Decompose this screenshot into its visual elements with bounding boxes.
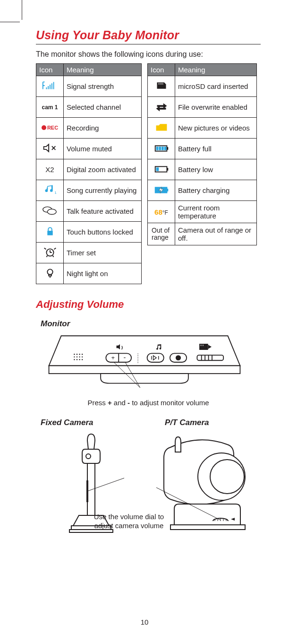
song-playing-icon: 1 xyxy=(36,180,64,201)
svg-point-62 xyxy=(86,454,91,459)
microsd-icon xyxy=(148,76,175,97)
meaning-cell: Recording xyxy=(64,118,142,139)
icon-table-left: Icon Meaning Signal strength cam 1 Selec… xyxy=(36,63,142,284)
battery-low-icon xyxy=(148,159,175,180)
volume-muted-icon xyxy=(36,139,64,159)
meaning-cell: File overwrite enabled xyxy=(175,97,257,118)
svg-point-40 xyxy=(176,356,180,360)
th-icon: Icon xyxy=(36,64,64,76)
page-number: 10 xyxy=(0,618,289,626)
table-row: File overwrite enabled xyxy=(148,97,257,118)
svg-line-14 xyxy=(46,256,47,257)
svg-rect-26 xyxy=(162,147,164,150)
meaning-cell: Camera out of range or off. xyxy=(175,223,257,245)
page-title: Using Your Baby Monitor xyxy=(36,28,261,44)
table-row: 68°F Current room temperature xyxy=(148,201,257,223)
sub-monitor: Monitor xyxy=(41,319,261,329)
svg-point-54 xyxy=(82,357,83,357)
meaning-cell: Night light on xyxy=(64,263,142,284)
svg-point-53 xyxy=(79,357,80,357)
table-row: Signal strength xyxy=(36,76,142,97)
meaning-cell: Touch buttons locked xyxy=(64,222,142,243)
svg-rect-10 xyxy=(47,231,52,235)
th-meaning: Meaning xyxy=(64,64,142,76)
meaning-cell: Current room temperature xyxy=(175,201,257,223)
svg-rect-46 xyxy=(200,344,208,349)
overwrite-icon xyxy=(148,97,175,118)
table-row: Battery full xyxy=(148,139,257,159)
svg-line-15 xyxy=(52,256,53,257)
meaning-cell: Battery full xyxy=(175,139,257,159)
lock-icon xyxy=(36,222,64,243)
meaning-cell: Volume muted xyxy=(64,139,142,159)
svg-rect-23 xyxy=(167,147,168,150)
new-media-icon xyxy=(148,118,175,139)
svg-point-49 xyxy=(79,354,80,355)
table-row: Night light on xyxy=(36,263,142,284)
night-light-icon xyxy=(36,263,64,284)
monitor-figure: + - xyxy=(41,331,248,395)
meaning-cell: New pictures or videos xyxy=(175,118,257,139)
table-row: Touch buttons locked xyxy=(36,222,142,243)
svg-point-55 xyxy=(74,359,75,360)
table-row: Battery low xyxy=(148,159,257,180)
selected-channel-icon: cam 1 xyxy=(36,97,64,118)
table-row: cam 1 Selected channel xyxy=(36,97,142,118)
meaning-cell: Signal strength xyxy=(64,76,142,97)
table-row: X2 Digital zoom activated xyxy=(36,159,142,180)
table-row: 1 Song currently playing xyxy=(36,180,142,201)
svg-rect-29 xyxy=(167,168,168,171)
svg-point-56 xyxy=(76,359,77,360)
section-adjusting-volume: Adjusting Volume xyxy=(36,298,261,311)
svg-point-58 xyxy=(82,359,83,360)
pt-camera-figure xyxy=(151,433,261,537)
table-row: Volume muted xyxy=(36,139,142,159)
svg-point-52 xyxy=(76,357,77,357)
meaning-cell: Selected channel xyxy=(64,97,142,118)
intro-text: The monitor shows the following icons du… xyxy=(36,50,261,59)
monitor-callout: Press + and - to adjust monitor volume xyxy=(36,399,261,407)
svg-text:-: - xyxy=(123,354,126,361)
svg-point-47 xyxy=(74,354,75,355)
svg-rect-30 xyxy=(156,167,159,171)
meaning-cell: Song currently playing xyxy=(64,180,142,201)
svg-rect-32 xyxy=(167,189,168,191)
battery-full-icon xyxy=(148,139,175,159)
icon-table-right: Icon Meaning microSD card inserted File … xyxy=(147,63,257,245)
meaning-cell: Talk feature activated xyxy=(64,201,142,222)
temperature-icon: 68°F xyxy=(148,201,175,223)
svg-rect-33 xyxy=(49,366,240,374)
camera-callout: Use the volume dial to adjust camera vol… xyxy=(94,513,164,531)
svg-point-9 xyxy=(47,209,56,214)
svg-rect-79 xyxy=(170,525,245,530)
table-row: Out of range Camera out of range or off. xyxy=(148,223,257,245)
zoom-x2-icon: X2 xyxy=(36,159,64,180)
table-row: Talk feature activated xyxy=(36,201,142,222)
meaning-cell: Battery charging xyxy=(175,180,257,201)
signal-strength-icon xyxy=(36,76,64,97)
timer-icon xyxy=(36,243,64,263)
svg-point-16 xyxy=(47,269,52,274)
svg-rect-25 xyxy=(159,147,161,150)
th-icon: Icon xyxy=(148,64,175,76)
meaning-cell: Battery low xyxy=(175,159,257,180)
meaning-cell: Digital zoom activated xyxy=(64,159,142,180)
recording-icon: REC xyxy=(36,118,64,139)
svg-rect-24 xyxy=(156,147,158,150)
table-row: Timer set xyxy=(36,243,142,263)
svg-text:+: + xyxy=(111,354,115,361)
svg-point-48 xyxy=(76,354,77,355)
svg-point-50 xyxy=(82,354,83,355)
talk-feature-icon xyxy=(36,201,64,222)
svg-rect-27 xyxy=(164,147,166,150)
sub-pt-camera: P/T Camera xyxy=(165,418,261,427)
svg-rect-63 xyxy=(86,480,88,502)
th-meaning: Meaning xyxy=(175,64,257,76)
out-of-range-icon: Out of range xyxy=(148,223,175,245)
meaning-cell: Timer set xyxy=(64,243,142,263)
svg-point-57 xyxy=(79,359,80,360)
table-row: New pictures or videos xyxy=(148,118,257,139)
table-row: Battery charging xyxy=(148,180,257,201)
meaning-cell: microSD card inserted xyxy=(175,76,257,97)
battery-charging-icon xyxy=(148,180,175,201)
